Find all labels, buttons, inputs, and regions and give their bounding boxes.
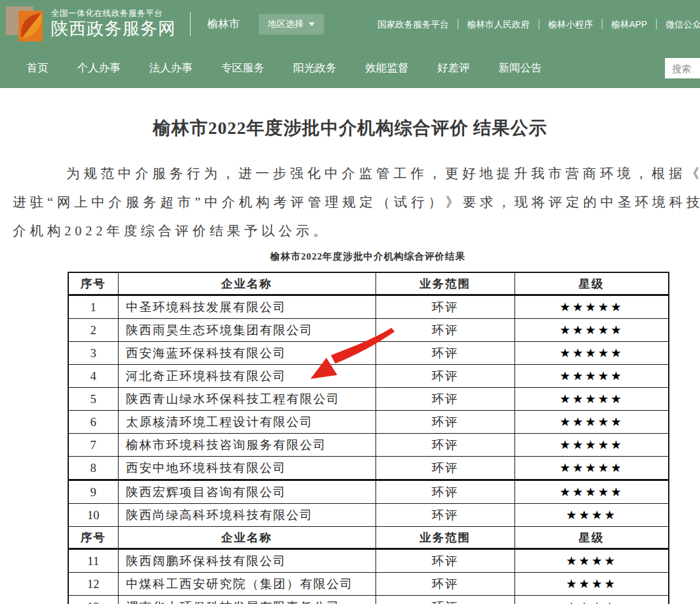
table-row: 13渭南华山环保科技发展有限责任公司环评★★★★	[68, 596, 669, 604]
nav-item-6[interactable]: 好差评	[437, 61, 470, 75]
quick-link[interactable]: 榆林市人民政府	[458, 19, 539, 29]
announcement-document: 榆林市2022年度涉批中介机构综合评价 结果公示 为规范中介服务行为，进一步强化…	[0, 116, 700, 604]
nav-item-3[interactable]: 专区服务	[221, 61, 265, 75]
cell-scope: 环评	[376, 504, 514, 527]
cell-no: 8	[68, 457, 118, 480]
cell-stars: ★★★★★	[514, 295, 669, 319]
cell-stars: ★★★★	[514, 549, 669, 573]
cell-name: 太原核清环境工程设计有限公司	[118, 411, 376, 434]
cell-no: 9	[68, 480, 118, 504]
current-city-label: 榆林市	[207, 17, 240, 31]
main-nav: 首页个人办事法人办事专区服务阳光政务效能监督好差评新闻公告	[0, 48, 700, 88]
cell-stars: ★★★★★	[514, 365, 669, 388]
table-row: 9陕西宏辉项目咨询有限公司环评★★★★★	[68, 480, 669, 504]
site-name: 陕西政务服务网	[51, 19, 176, 39]
cell-scope: 环评	[376, 457, 514, 480]
cell-no: 11	[68, 549, 118, 573]
site-logo[interactable]	[5, 4, 43, 44]
cell-name: 西安中地环境科技有限公司	[118, 457, 376, 480]
cell-scope: 环评	[376, 573, 514, 596]
column-header: 星级	[514, 527, 669, 549]
cell-scope: 环评	[376, 434, 514, 457]
cell-stars: ★★★★	[514, 596, 669, 604]
header-divider	[190, 12, 191, 36]
nav-item-5[interactable]: 效能监督	[365, 61, 409, 75]
table-row: 2陕西雨昊生态环境集团有限公司环评★★★★★	[68, 319, 669, 342]
cell-no: 10	[68, 504, 118, 527]
cell-name: 渭南华山环保科技发展有限责任公司	[118, 596, 376, 604]
table-row: 10陕西尚绿高科环境科技有限公司环评★★★★	[68, 504, 669, 527]
announcement-paragraph: 为规范中介服务行为，进一步强化中介监管工作，更好地提升我市营商环境，根据《榆林市…	[0, 159, 700, 246]
column-header: 序号	[68, 272, 118, 295]
cell-stars: ★★★★	[514, 504, 669, 527]
cell-scope: 环评	[376, 319, 514, 342]
cell-stars: ★★★★★	[514, 319, 669, 342]
table-row: 11陕西阔鹏环保科技有限公司环评★★★★	[68, 549, 669, 573]
column-header: 业务范围	[376, 527, 514, 549]
quick-link[interactable]: 国家政务服务平台	[368, 19, 458, 29]
table-row: 3西安海蓝环保科技有限公司环评★★★★★	[68, 342, 669, 365]
chevron-down-icon	[309, 22, 315, 26]
table-row: 12中煤科工西安研究院（集团）有限公司环评★★★★	[68, 573, 669, 596]
table-row: 6太原核清环境工程设计有限公司环评★★★★★	[68, 411, 669, 434]
cell-stars: ★★★★★	[514, 434, 669, 457]
paragraph-line: 介机构2022年度综合评价结果予以公示。	[13, 217, 700, 246]
region-selector-button[interactable]: 地区选择	[259, 14, 324, 34]
cell-name: 陕西青山绿水环保科技工程有限公司	[118, 388, 376, 411]
column-header: 业务范围	[376, 272, 514, 295]
page-title: 榆林市2022年度涉批中介机构综合评价 结果公示	[0, 116, 700, 140]
cell-name: 河北奇正环境科技有限公司	[118, 365, 376, 388]
cell-name: 陕西宏辉项目咨询有限公司	[118, 480, 376, 504]
quick-link[interactable]: 榆林小程序	[539, 19, 602, 29]
site-header: 全国一体化在线政务服务平台 陕西政务服务网 榆林市 地区选择 国家政务服务平台榆…	[0, 0, 700, 48]
table-row: 7榆林市环境科技咨询服务有限公司环评★★★★★	[68, 434, 669, 457]
cell-scope: 环评	[376, 596, 514, 604]
brand-block: 全国一体化在线政务服务平台 陕西政务服务网	[51, 9, 176, 40]
paragraph-line: 为规范中介服务行为，进一步强化中介监管工作，更好地提升我市营商环境，根据《榆林市…	[13, 159, 700, 188]
cell-no: 1	[68, 295, 118, 319]
results-table: 序号企业名称业务范围星级1中圣环境科技发展有限公司环评★★★★★2陕西雨昊生态环…	[68, 272, 669, 604]
cell-no: 12	[68, 573, 118, 596]
cell-scope: 环评	[376, 342, 514, 365]
cell-name: 西安海蓝环保科技有限公司	[118, 342, 376, 365]
cell-no: 13	[68, 596, 118, 604]
column-header: 企业名称	[118, 272, 376, 295]
table-row: 1中圣环境科技发展有限公司环评★★★★★	[68, 295, 669, 319]
platform-label: 全国一体化在线政务服务平台	[51, 9, 176, 18]
header-quick-links: 国家政务服务平台榆林市人民政府榆林小程序榆林APP微信公众号 注册	[368, 0, 700, 48]
search-input[interactable]	[665, 58, 700, 78]
cell-name: 陕西尚绿高科环境科技有限公司	[118, 504, 376, 527]
cell-name: 榆林市环境科技咨询服务有限公司	[118, 434, 376, 457]
region-selector-label: 地区选择	[268, 18, 303, 30]
cell-stars: ★★★★★	[514, 480, 669, 504]
cell-stars: ★★★★★	[514, 388, 669, 411]
cell-name: 中圣环境科技发展有限公司	[118, 295, 376, 319]
cell-scope: 环评	[376, 411, 514, 434]
cell-no: 3	[68, 342, 118, 365]
cell-scope: 环评	[376, 549, 514, 573]
cell-scope: 环评	[376, 295, 514, 319]
nav-item-1[interactable]: 个人办事	[77, 61, 120, 75]
nav-item-4[interactable]: 阳光政务	[293, 61, 337, 75]
nav-item-7[interactable]: 新闻公告	[499, 61, 542, 75]
table-row: 8西安中地环境科技有限公司环评★★★★★	[68, 457, 669, 480]
paragraph-line: 进驻“网上中介服务超市”中介机构考评管理规定（试行）》要求，现将评定的中圣环境科…	[13, 188, 700, 217]
cell-scope: 环评	[376, 480, 514, 504]
table-header-row: 序号企业名称业务范围星级	[68, 272, 669, 295]
nav-item-0[interactable]: 首页	[27, 61, 48, 75]
cell-scope: 环评	[376, 388, 514, 411]
nav-item-2[interactable]: 法人办事	[149, 61, 193, 75]
cell-name: 中煤科工西安研究院（集团）有限公司	[118, 573, 376, 596]
cell-stars: ★★★★★	[514, 457, 669, 480]
quick-link[interactable]: 榆林APP	[602, 19, 657, 29]
cell-name: 陕西雨昊生态环境集团有限公司	[118, 319, 376, 342]
cell-stars: ★★★★★	[514, 342, 669, 365]
cell-no: 4	[68, 365, 118, 388]
quick-link[interactable]: 微信公众号	[657, 19, 700, 29]
column-header: 企业名称	[118, 527, 376, 549]
table-row: 5陕西青山绿水环保科技工程有限公司环评★★★★★	[68, 388, 669, 411]
cell-no: 2	[68, 319, 118, 342]
cell-stars: ★★★★★	[514, 411, 669, 434]
cell-no: 5	[68, 388, 118, 411]
table-row: 4河北奇正环境科技有限公司环评★★★★★	[68, 365, 669, 388]
